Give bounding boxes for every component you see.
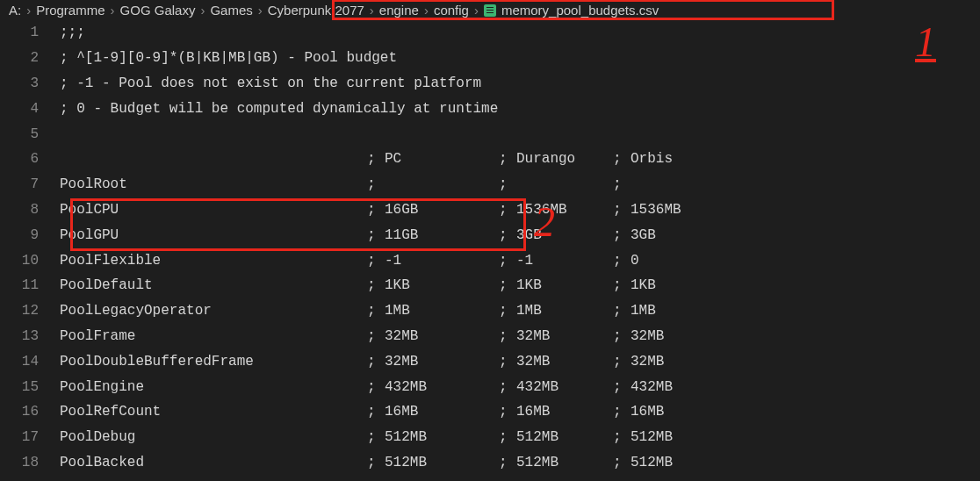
code-content[interactable]: PoolDoubleBufferedFrame;32MB;32MB;32MB bbox=[60, 354, 980, 370]
cell-durango: 1MB bbox=[516, 303, 604, 319]
editor-line[interactable]: 15PoolEngine;432MB;432MB;432MB bbox=[0, 374, 980, 399]
cell-sep: ; bbox=[499, 253, 516, 269]
editor-line[interactable]: 8PoolCPU;16GB;1536MB;1536MB bbox=[0, 197, 980, 223]
cell-orbis: 3GB bbox=[631, 227, 701, 243]
cell-pc-wrap: PC bbox=[385, 151, 499, 167]
chevron-right-icon: › bbox=[111, 3, 115, 18]
cell-sep: ; bbox=[367, 328, 385, 344]
line-number: 16 bbox=[0, 404, 60, 420]
editor-line[interactable]: 17PoolDebug;512MB;512MB;512MB bbox=[0, 425, 980, 450]
cell-dur-wrap: -1 bbox=[516, 253, 613, 269]
editor-line[interactable]: 11PoolDefault;1KB;1KB;1KB bbox=[0, 273, 980, 298]
code-content[interactable]: ; ^[1-9][0-9]*(B|KB|MB|GB) - Pool budget bbox=[60, 50, 980, 66]
cell-name: PoolRoot bbox=[60, 176, 367, 192]
cell-pc-wrap: 16GB bbox=[385, 202, 499, 218]
cell-sep: ; bbox=[499, 227, 516, 243]
cell-dur-wrap: 3GB bbox=[516, 227, 613, 243]
editor-line[interactable]: 12PoolLegacyOperator;1MB;1MB;1MB bbox=[0, 298, 980, 324]
cell-sep: ; bbox=[367, 455, 385, 470]
code-content[interactable]: ;PC;Durango;Orbis bbox=[60, 151, 980, 167]
cell-pc-wrap: 512MB bbox=[385, 429, 499, 445]
annotation-1: 1 bbox=[915, 18, 936, 66]
cell-durango: 1536MB bbox=[516, 202, 604, 218]
cell-sep: ; bbox=[613, 303, 631, 319]
cell-name: PoolCPU bbox=[60, 202, 367, 218]
editor-line[interactable]: 1;;; bbox=[0, 20, 980, 46]
cell-name: PoolDebug bbox=[60, 429, 367, 445]
code-content[interactable]: PoolEngine;432MB;432MB;432MB bbox=[60, 379, 980, 395]
code-content[interactable]: ; -1 - Pool does not exist on the curren… bbox=[60, 75, 980, 91]
breadcrumb-item[interactable]: config bbox=[434, 3, 469, 18]
code-content[interactable]: ; 0 - Budget will be computed dynamicall… bbox=[60, 101, 980, 117]
cell-sep: ; bbox=[367, 202, 385, 218]
editor-line[interactable]: 10PoolFlexible;-1;-1;0 bbox=[0, 248, 980, 273]
cell-pc-wrap: 432MB bbox=[385, 379, 499, 395]
line-number: 11 bbox=[0, 277, 60, 293]
chevron-right-icon: › bbox=[26, 3, 31, 18]
cell-dur-wrap: 1536MB bbox=[516, 202, 613, 218]
line-number: 4 bbox=[0, 101, 60, 117]
code-content[interactable]: PoolFrame;32MB;32MB;32MB bbox=[60, 328, 980, 344]
breadcrumb-item[interactable]: Programme bbox=[36, 3, 104, 18]
editor-line[interactable]: 7PoolRoot;;; bbox=[0, 172, 980, 197]
cell-durango: 16MB bbox=[516, 404, 604, 420]
editor-line[interactable]: 4; 0 - Budget will be computed dynamical… bbox=[0, 96, 980, 121]
cell-sep: ; bbox=[613, 455, 631, 470]
line-number: 18 bbox=[0, 455, 60, 470]
chevron-right-icon: › bbox=[258, 3, 263, 18]
line-number: 12 bbox=[0, 303, 60, 319]
cell-sep: ; bbox=[499, 455, 516, 470]
line-number: 5 bbox=[0, 126, 60, 142]
editor-area[interactable]: 1;;;2; ^[1-9][0-9]*(B|KB|MB|GB) - Pool b… bbox=[0, 20, 980, 475]
code-content[interactable]: PoolGPU;11GB;3GB;3GB bbox=[60, 227, 980, 243]
breadcrumb-item[interactable]: engine bbox=[379, 3, 419, 18]
cell-durango: 1KB bbox=[516, 277, 604, 293]
editor-line[interactable]: 5 bbox=[0, 121, 980, 147]
line-number: 13 bbox=[0, 328, 60, 344]
editor-line[interactable]: 14PoolDoubleBufferedFrame;32MB;32MB;32MB bbox=[0, 348, 980, 374]
breadcrumb-item[interactable]: A: bbox=[9, 3, 21, 18]
cell-name: PoolGPU bbox=[60, 227, 367, 243]
cell-name: PoolDoubleBufferedFrame bbox=[60, 354, 367, 370]
editor-line[interactable]: 6;PC;Durango;Orbis bbox=[0, 147, 980, 172]
cell-sep: ; bbox=[613, 354, 631, 370]
code-content[interactable]: PoolLegacyOperator;1MB;1MB;1MB bbox=[60, 303, 980, 319]
editor-line[interactable]: 9PoolGPU;11GB;3GB;3GB bbox=[0, 222, 980, 248]
cell-sep: ; bbox=[613, 404, 631, 420]
cell-durango: -1 bbox=[516, 253, 604, 269]
code-content[interactable]: PoolCPU;16GB;1536MB;1536MB bbox=[60, 202, 980, 218]
editor-line[interactable]: 18PoolBacked;512MB;512MB;512MB bbox=[0, 450, 980, 476]
cell-sep: ; bbox=[367, 379, 385, 395]
cell-sep: ; bbox=[499, 202, 516, 218]
editor-line[interactable]: 16PoolRefCount;16MB;16MB;16MB bbox=[0, 399, 980, 425]
cell-dur-wrap: 32MB bbox=[516, 328, 613, 344]
cell-sep: ; bbox=[367, 429, 385, 445]
cell-orbis: 1MB bbox=[631, 303, 701, 319]
annotation-2: 2 bbox=[534, 197, 555, 246]
breadcrumb-item[interactable]: Cyberpunk 2077 bbox=[268, 3, 364, 18]
line-number: 9 bbox=[0, 227, 60, 243]
cell-pc: PC bbox=[385, 151, 455, 167]
code-content[interactable]: ;;; bbox=[60, 25, 980, 40]
cell-orbis: 16MB bbox=[631, 404, 701, 420]
cell-pc: 1MB bbox=[385, 303, 455, 319]
breadcrumb-item[interactable]: Games bbox=[210, 3, 252, 18]
breadcrumb-item[interactable]: GOG Galaxy bbox=[120, 3, 196, 18]
cell-durango: 3GB bbox=[516, 227, 604, 243]
line-number: 1 bbox=[0, 25, 60, 40]
code-content[interactable]: PoolDefault;1KB;1KB;1KB bbox=[60, 277, 980, 293]
code-content[interactable]: PoolRefCount;16MB;16MB;16MB bbox=[60, 404, 980, 420]
cell-pc: 1KB bbox=[385, 277, 455, 293]
cell-pc: 512MB bbox=[385, 455, 455, 470]
cell-sep: ; bbox=[367, 253, 385, 269]
code-content[interactable]: PoolDebug;512MB;512MB;512MB bbox=[60, 429, 980, 445]
cell-orbis: 1KB bbox=[631, 277, 701, 293]
editor-line[interactable]: 13PoolFrame;32MB;32MB;32MB bbox=[0, 324, 980, 349]
code-content[interactable]: PoolFlexible;-1;-1;0 bbox=[60, 253, 980, 269]
code-content[interactable]: PoolBacked;512MB;512MB;512MB bbox=[60, 455, 980, 470]
breadcrumb-filename[interactable]: memory_pool_budgets.csv bbox=[501, 3, 659, 18]
code-content[interactable]: PoolRoot;;; bbox=[60, 176, 980, 192]
editor-line[interactable]: 3; -1 - Pool does not exist on the curre… bbox=[0, 71, 980, 97]
cell-sep: ; bbox=[613, 253, 631, 269]
editor-line[interactable]: 2; ^[1-9][0-9]*(B|KB|MB|GB) - Pool budge… bbox=[0, 46, 980, 71]
